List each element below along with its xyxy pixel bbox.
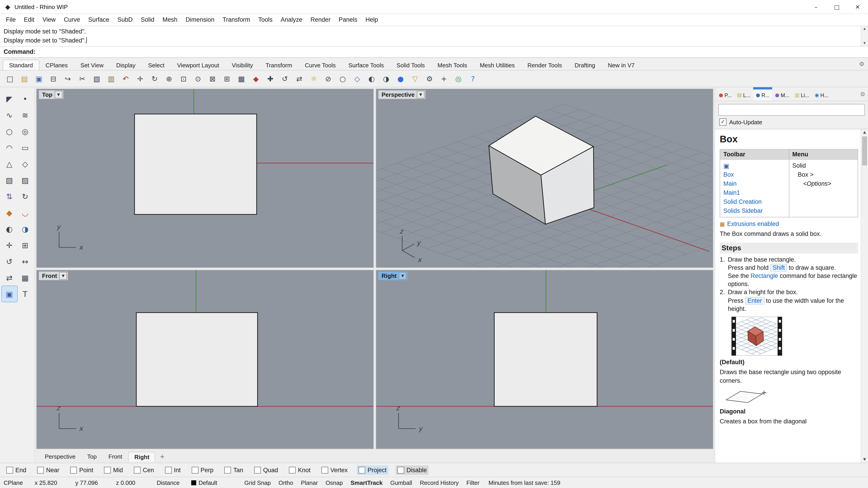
help-icon[interactable]: ? (467, 72, 479, 85)
fillet-tool[interactable]: ◡ (18, 205, 33, 221)
auto-update-checkbox[interactable]: ✓ (719, 119, 726, 126)
menu-surface[interactable]: Surface (84, 14, 113, 26)
osnap-tan[interactable]: Tan (222, 465, 245, 475)
menu-subd[interactable]: SubD (113, 14, 137, 26)
osnap-disable[interactable]: Disable (396, 465, 429, 475)
menu-curve[interactable]: Curve (60, 14, 84, 26)
new-viewport-tab-button[interactable]: + (156, 452, 168, 461)
box-top-view[interactable] (134, 114, 256, 215)
solid-box-tool[interactable]: ▣ (2, 286, 17, 302)
scroll-up-icon[interactable]: ▲ (863, 26, 866, 32)
help-scrollbar[interactable]: ▲ ▼ (861, 129, 868, 463)
viewport-menu-arrow-icon[interactable]: ▼ (417, 91, 425, 98)
viewport-perspective[interactable]: z y x Perspective ▼ (376, 89, 713, 268)
scale-icon[interactable]: ⇄ (293, 72, 306, 85)
paste-icon[interactable]: ▥ (105, 72, 118, 85)
tab-visibility[interactable]: Visibility (225, 60, 259, 70)
panel-tab-h[interactable]: ◉H... (812, 87, 831, 101)
array-tool[interactable]: ▦ (18, 270, 33, 286)
checkbox-knot[interactable] (289, 466, 296, 473)
menu-mesh[interactable]: Mesh (158, 14, 182, 26)
toolbar-settings-gear-icon[interactable]: ⚙ (859, 61, 864, 67)
tab-select[interactable]: Select (142, 60, 170, 70)
viewport-top[interactable]: y x Top ▼ (36, 89, 374, 268)
surface-tool[interactable]: ▧ (2, 172, 17, 188)
extrude-tool[interactable]: ⇅ (2, 188, 17, 204)
menu-panels[interactable]: Panels (335, 14, 362, 26)
menu-dimension[interactable]: Dimension (182, 14, 219, 26)
lock-objects-icon[interactable]: ⊘ (322, 72, 335, 85)
toolbar-link-main[interactable]: Main (723, 179, 785, 188)
menu-transform[interactable]: Transform (218, 14, 254, 26)
viewport-tab-front[interactable]: Front (103, 452, 128, 461)
menu-file[interactable]: File (2, 14, 20, 26)
box-front-view[interactable] (136, 313, 257, 406)
sweep-tool[interactable]: ◆ (2, 205, 17, 221)
panel-tab-li[interactable]: ▥Li... (792, 87, 812, 101)
polygon-tool[interactable]: ◇ (18, 156, 33, 172)
boolean-union-tool[interactable]: ◐ (2, 221, 17, 237)
rotate-view-icon[interactable]: ↻ (148, 72, 161, 85)
panel-settings-gear-icon[interactable]: ⚙ (860, 91, 867, 97)
close-button[interactable]: ✕ (847, 0, 868, 13)
undo-icon[interactable]: ↶ (119, 72, 132, 85)
panel-tab-r[interactable]: ●R... (753, 87, 772, 101)
rotate-icon[interactable]: ↺ (278, 72, 291, 85)
display-shaded-icon[interactable]: ◐ (365, 72, 378, 85)
status-toggle-planar[interactable]: Planar (301, 479, 318, 486)
display-rendered-icon[interactable]: ● (394, 72, 407, 85)
viewport-menu-arrow-icon[interactable]: ▼ (59, 272, 67, 280)
new-file-icon[interactable]: □ (4, 72, 16, 85)
viewport-tab-top[interactable]: Top (82, 452, 102, 461)
checkbox-disable[interactable] (397, 466, 404, 473)
annotate-text-tool[interactable]: T (18, 286, 33, 302)
viewport-title-right[interactable]: Right ▼ (378, 271, 407, 280)
status-toggle-ortho[interactable]: Ortho (278, 479, 293, 486)
status-toggle-record-history[interactable]: Record History (420, 479, 459, 486)
front-viewport-canvas[interactable]: z x (37, 270, 373, 449)
enter-key-link[interactable]: Enter (745, 297, 765, 304)
zoom-selected-icon[interactable]: ⊙ (192, 72, 204, 85)
checkbox-near[interactable] (37, 466, 44, 473)
shift-key-link[interactable]: Shift (770, 264, 787, 271)
open-file-icon[interactable]: ▤ (18, 72, 31, 85)
status-toggle-gumball[interactable]: Gumball (390, 479, 412, 486)
options-icon[interactable]: ⚙ (423, 72, 436, 85)
tab-set-view[interactable]: Set View (74, 60, 110, 70)
zoom-window-icon[interactable]: ⊡ (177, 72, 190, 85)
tab-solid-tools[interactable]: Solid Tools (390, 60, 431, 70)
zoom-extents-all-icon[interactable]: ⊞ (221, 72, 233, 85)
scrollbar-thumb[interactable] (862, 136, 867, 165)
checkbox-quad[interactable] (254, 466, 261, 473)
rotate-tool[interactable]: ↺ (2, 254, 17, 269)
tab-mesh-utilities[interactable]: Mesh Utilities (473, 60, 521, 70)
menu-edit[interactable]: Edit (20, 14, 39, 26)
checkbox-perp[interactable] (191, 466, 198, 473)
revolve-tool[interactable]: ↻ (18, 188, 33, 204)
cplane-tools-icon[interactable]: + (438, 72, 450, 85)
print-icon[interactable]: ⊟ (47, 72, 60, 85)
tab-standard[interactable]: Standard (3, 60, 39, 70)
circle-tool[interactable]: ○ (2, 123, 17, 139)
panel-tab-m[interactable]: ●M... (772, 87, 792, 101)
polyline-tool[interactable]: △ (2, 156, 17, 172)
menu-analyze[interactable]: Analyze (277, 14, 307, 26)
viewport-title-top[interactable]: Top ▼ (39, 90, 63, 99)
display-ghosted-icon[interactable]: ◑ (380, 72, 393, 85)
status-toggle-osnap[interactable]: Osnap (326, 479, 343, 486)
checkbox-end[interactable] (6, 466, 13, 473)
point-tool[interactable]: • (18, 91, 33, 107)
scroll-down-icon[interactable]: ▼ (863, 41, 866, 46)
menu-render[interactable]: Render (307, 14, 335, 26)
osnap-cen[interactable]: Cen (132, 465, 156, 475)
display-wireframe-icon[interactable]: ◇ (351, 72, 364, 85)
osnap-perp[interactable]: Perp (190, 465, 215, 475)
checkbox-tan[interactable] (224, 466, 231, 473)
osnap-project[interactable]: Project (357, 465, 388, 475)
copy-tool[interactable]: ⊞ (18, 237, 33, 253)
viewport-front[interactable]: z x Front ▼ (36, 270, 374, 449)
status-distance[interactable]: Distance (157, 479, 180, 486)
osnap-near[interactable]: Near (35, 465, 61, 475)
status-toggle-filter[interactable]: Filter (466, 479, 479, 486)
move-tool[interactable]: ✛ (2, 237, 17, 253)
